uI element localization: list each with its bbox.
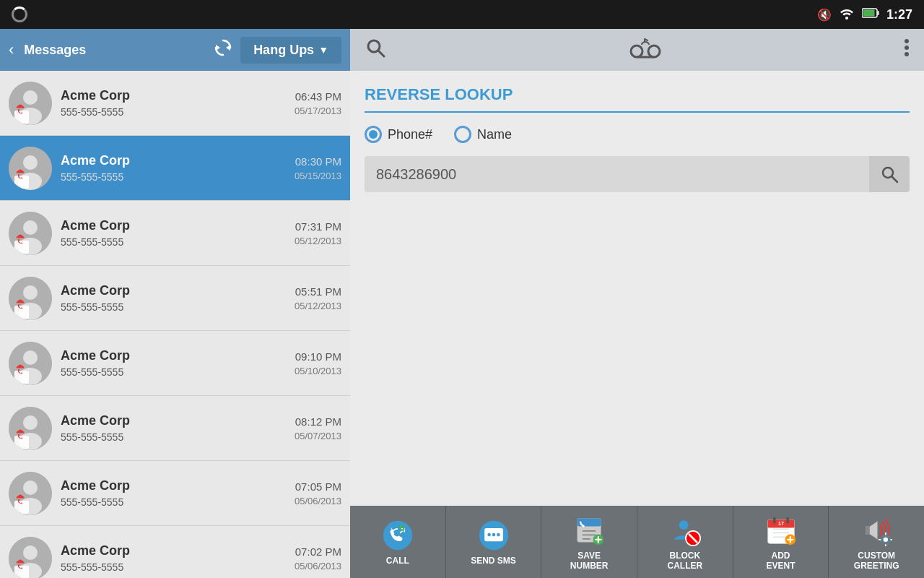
contact-phone: 555-555-5555 (61, 236, 286, 248)
contact-info: Acme Corp 555-555-5555 (52, 348, 295, 378)
contact-item[interactable]: Acme Corp 555-555-5555 08:30 PM 05/15/20… (0, 136, 350, 201)
contact-info: Acme Corp 555-555-5555 (52, 413, 295, 443)
name-radio-circle[interactable] (454, 126, 471, 143)
contact-item[interactable]: Acme Corp 555-555-5555 06:43 PM 05/17/20… (0, 71, 350, 136)
contact-name: Acme Corp (61, 153, 286, 168)
call-label: CALL (386, 556, 409, 566)
hang-ups-tab[interactable]: Hang Ups ▼ (240, 37, 341, 64)
wifi-icon (839, 7, 855, 22)
battery-icon (862, 8, 879, 21)
contact-time: 07:05 PM 05/06/2013 (295, 480, 341, 506)
contact-time: 08:30 PM 05/15/2013 (295, 155, 341, 181)
back-button[interactable]: ‹ (9, 40, 14, 59)
sms-label: SEND SMS (471, 556, 516, 566)
contact-name: Acme Corp (61, 478, 286, 493)
contact-time-value: 08:30 PM (295, 155, 341, 168)
search-type-row: Phone# Name (365, 126, 910, 143)
contact-info: Acme Corp 555-555-5555 (52, 478, 295, 508)
right-header (350, 29, 924, 71)
custom-greeting-label: CUSTOMGREETING (854, 551, 899, 571)
voicemail-icon[interactable] (629, 38, 662, 61)
contact-item[interactable]: Acme Corp 555-555-5555 07:05 PM 05/06/20… (0, 461, 350, 526)
contact-time-value: 07:31 PM (295, 220, 341, 233)
contact-info: Acme Corp 555-555-5555 (52, 218, 295, 248)
svg-point-43 (905, 39, 909, 43)
send-sms-button[interactable]: SEND SMS (446, 506, 542, 578)
phone-radio[interactable]: Phone# (365, 126, 432, 143)
messages-tab[interactable]: Messages (24, 43, 86, 58)
search-go-button[interactable] (869, 156, 910, 192)
contact-item[interactable]: Acme Corp 555-555-5555 07:02 PM 05/06/20… (0, 526, 350, 578)
svg-marker-4 (226, 45, 230, 51)
contact-phone: 555-555-5555 (61, 561, 286, 573)
svg-line-47 (892, 177, 898, 183)
contact-date: 05/10/2013 (295, 366, 341, 376)
contact-info: Acme Corp 555-555-5555 (52, 153, 295, 183)
contact-time: 07:31 PM 05/12/2013 (295, 220, 341, 246)
block-caller-label: BLOCKCALLER (668, 551, 703, 571)
contact-phone: 555-555-5555 (61, 496, 286, 508)
contact-name: Acme Corp (61, 283, 286, 298)
name-radio-label: Name (477, 127, 512, 142)
contact-date: 05/12/2013 (295, 301, 341, 311)
contact-time-value: 06:43 PM (295, 90, 341, 103)
block-caller-button[interactable]: BLOCKCALLER (637, 506, 733, 578)
contact-info: Acme Corp 555-555-5555 (52, 283, 295, 313)
contact-item[interactable]: Acme Corp 555-555-5555 05:51 PM 05/12/20… (0, 266, 350, 331)
svg-point-11 (23, 155, 38, 170)
refresh-icon[interactable] (213, 38, 233, 62)
contact-date: 05/06/2013 (295, 496, 341, 506)
overflow-menu-icon[interactable] (904, 38, 910, 61)
svg-point-62 (679, 520, 689, 530)
contact-item[interactable]: Acme Corp 555-555-5555 08:12 PM 05/07/20… (0, 396, 350, 461)
contact-date: 05/06/2013 (295, 561, 341, 571)
contact-time-value: 05:51 PM (295, 285, 341, 298)
contact-info: Acme Corp 555-555-5555 (52, 88, 295, 118)
add-event-button[interactable]: 17 ADDEVENT (733, 506, 829, 578)
phone-radio-circle[interactable] (365, 126, 382, 143)
svg-point-23 (23, 350, 38, 365)
contact-phone: 555-555-5555 (61, 106, 286, 118)
contact-item[interactable]: Acme Corp 555-555-5555 07:31 PM 05/12/20… (0, 201, 350, 266)
svg-point-31 (23, 480, 38, 495)
contact-date: 05/12/2013 (295, 236, 341, 246)
svg-point-52 (492, 533, 495, 537)
svg-point-19 (23, 285, 38, 300)
svg-text:17: 17 (777, 519, 783, 526)
avatar (9, 212, 52, 255)
reverse-lookup-title: REVERSE LOOKUP (365, 85, 910, 113)
avatar (9, 407, 52, 450)
status-bar: 🔇 1:27 (0, 0, 924, 29)
contact-list: Acme Corp 555-555-5555 06:43 PM 05/17/20… (0, 71, 350, 578)
contact-phone: 555-555-5555 (61, 171, 286, 183)
avatar (9, 277, 52, 320)
svg-rect-68 (773, 517, 776, 523)
block-caller-icon (668, 513, 702, 548)
svg-point-53 (497, 533, 500, 537)
avatar (9, 147, 52, 190)
time-display: 1:27 (886, 7, 912, 22)
contact-name: Acme Corp (61, 348, 286, 363)
svg-point-27 (23, 415, 38, 430)
reverse-lookup-panel: REVERSE LOOKUP Phone# Name (350, 71, 924, 506)
name-radio[interactable]: Name (454, 126, 512, 143)
contact-name: Acme Corp (61, 543, 286, 558)
add-event-label: ADDEVENT (767, 551, 796, 571)
svg-rect-2 (863, 10, 874, 17)
svg-point-40 (631, 46, 642, 57)
svg-point-7 (23, 90, 38, 105)
phone-search-input[interactable] (365, 156, 869, 192)
contact-phone: 555-555-5555 (61, 301, 286, 313)
contact-name: Acme Corp (61, 413, 286, 428)
svg-point-45 (905, 52, 909, 56)
save-number-button[interactable]: SAVENUMBER (541, 506, 637, 578)
contact-item[interactable]: Acme Corp 555-555-5555 09:10 PM 05/10/20… (0, 331, 350, 396)
call-button[interactable]: CALL (350, 506, 446, 578)
svg-point-48 (383, 521, 412, 550)
contact-time-value: 07:05 PM (295, 480, 341, 493)
contact-date: 05/07/2013 (295, 431, 341, 441)
avatar (9, 472, 52, 515)
add-event-icon: 17 (764, 513, 798, 548)
search-icon[interactable] (365, 37, 386, 64)
custom-greeting-button[interactable]: CUSTOMGREETING (829, 506, 924, 578)
